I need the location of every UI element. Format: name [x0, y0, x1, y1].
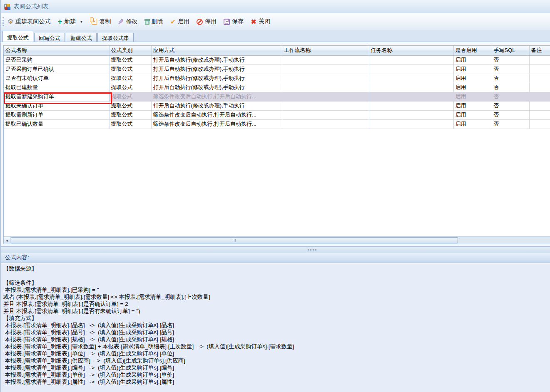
table-cell[interactable]: 提取已建数量 — [4, 83, 109, 92]
disable-button[interactable]: 停用 — [197, 18, 217, 25]
table-cell[interactable]: 启用 — [453, 119, 492, 129]
table-cell[interactable]: 筛选条件改变后自动执行,打开后自动执行... — [151, 119, 282, 129]
table-cell[interactable] — [369, 101, 453, 110]
table-cell[interactable]: 是否有未确认订单 — [4, 74, 109, 83]
table-cell[interactable] — [282, 119, 369, 129]
table-cell[interactable]: 提取需刷新订单 — [4, 110, 109, 119]
col-header-apply-mode[interactable]: 应用方式 — [151, 46, 282, 55]
table-cell[interactable] — [282, 55, 369, 65]
table-cell[interactable]: 否 — [492, 55, 529, 65]
table-cell[interactable]: 提取公式 — [109, 119, 151, 129]
table-cell[interactable]: 启用 — [453, 110, 492, 119]
table-cell[interactable] — [369, 55, 453, 65]
horizontal-scrollbar[interactable]: ◄ — [4, 236, 550, 244]
table-header-row: 公式名称 公式类别 应用方式 工作流名称 任务名称 是否启用 手写SQL 备注 — [4, 46, 550, 55]
table-cell[interactable]: 提取公式 — [109, 101, 151, 110]
table-cell[interactable] — [529, 110, 550, 119]
table-cell[interactable] — [529, 83, 550, 92]
table-cell[interactable] — [282, 83, 369, 92]
copy-button[interactable]: 复制 — [90, 18, 111, 25]
col-header-enabled[interactable]: 是否启用 — [453, 46, 492, 55]
enable-button[interactable]: ✔ 启用 — [170, 18, 189, 25]
edit-pencil-icon: ✎ — [118, 19, 124, 25]
table-row[interactable]: 提取已确认数量提取公式筛选条件改变后自动执行,打开后自动执行...启用否 — [4, 119, 550, 129]
table-cell[interactable] — [369, 74, 453, 83]
table-cell[interactable] — [369, 119, 453, 129]
table-cell[interactable]: 否 — [492, 83, 529, 92]
table-cell[interactable]: 提取已确认数量 — [4, 119, 109, 129]
table-cell[interactable]: 启用 — [453, 101, 492, 110]
col-header-workflow-name[interactable]: 工作流名称 — [282, 46, 369, 55]
table-cell[interactable] — [282, 92, 369, 101]
table-cell[interactable] — [369, 92, 453, 101]
formula-content-line: 【筛选条件】 — [3, 279, 550, 286]
table-cell[interactable] — [282, 65, 369, 74]
formula-content-header: 公式内容: — [1, 253, 550, 263]
table-cell[interactable]: 筛选条件改变后自动执行,打开后自动执行... — [151, 110, 282, 119]
table-cell[interactable] — [529, 119, 550, 129]
table-cell[interactable]: 启用 — [453, 83, 492, 92]
table-cell[interactable]: 提取公式 — [109, 74, 151, 83]
table-cell[interactable]: 启用 — [453, 65, 492, 74]
table-cell[interactable] — [369, 83, 453, 92]
table-cell[interactable]: 提取公式 — [109, 110, 151, 119]
tab-strip: 提取公式 回写公式 新建公式 提取公式串 — [1, 30, 550, 42]
tab-new-formula[interactable]: 新建公式 — [66, 33, 97, 42]
modify-button[interactable]: ✎ 修改 — [118, 18, 137, 25]
tab-extract-formula[interactable]: 提取公式 — [2, 31, 33, 42]
table-cell[interactable]: 否 — [492, 65, 529, 74]
col-header-handwritten-sql[interactable]: 手写SQL — [492, 46, 529, 55]
table-cell[interactable]: 提取公式 — [109, 55, 151, 65]
table-cell[interactable] — [529, 65, 550, 74]
table-cell[interactable]: 打开后自动执行(修改或办理),手动执行 — [151, 74, 282, 83]
toolbar-grip-icon[interactable] — [2, 17, 4, 26]
table-row[interactable]: 提取已建数量提取公式打开后自动执行(修改或办理),手动执行启用否 — [4, 83, 550, 92]
table-row[interactable]: 是否已采购提取公式打开后自动执行(修改或办理),手动执行启用否 — [4, 55, 550, 65]
table-cell[interactable]: 提取公式 — [109, 83, 151, 92]
table-cell[interactable]: 启用 — [453, 92, 492, 101]
table-cell[interactable] — [529, 92, 550, 101]
table-cell[interactable]: 否 — [492, 110, 529, 119]
table-cell[interactable]: 否 — [492, 74, 529, 83]
tab-extract-formula-chain[interactable]: 提取公式串 — [97, 33, 134, 42]
table-cell[interactable]: 打开后自动执行(修改或办理),手动执行 — [151, 101, 282, 110]
table-cell[interactable]: 启用 — [453, 55, 492, 65]
save-button[interactable]: 保存 — [224, 18, 244, 25]
splitter-handle[interactable] — [1, 246, 550, 253]
table-cell[interactable] — [369, 65, 453, 74]
table-cell[interactable]: 打开后自动执行(修改或办理),手动执行 — [151, 83, 282, 92]
tab-writeback-formula[interactable]: 回写公式 — [34, 33, 65, 42]
table-cell[interactable]: 打开后自动执行(修改或办理),手动执行 — [151, 55, 282, 65]
table-cell[interactable]: 筛选条件改变后自动执行,打开后自动执行... — [151, 92, 282, 101]
table-cell[interactable] — [282, 101, 369, 110]
table-cell[interactable] — [282, 110, 369, 119]
new-button[interactable]: + 新建 ▼ — [57, 18, 83, 25]
col-header-formula-name[interactable]: 公式名称 — [4, 46, 109, 55]
table-cell[interactable]: 提取公式 — [109, 92, 151, 101]
col-header-task-name[interactable]: 任务名称 — [369, 46, 453, 55]
table-cell[interactable]: 否 — [492, 101, 529, 110]
table-cell[interactable] — [529, 55, 550, 65]
table-cell[interactable]: 是否已采购 — [4, 55, 109, 65]
table-cell[interactable]: 否 — [492, 92, 529, 101]
table-cell[interactable]: 打开后自动执行(修改或办理),手动执行 — [151, 65, 282, 74]
table-cell[interactable]: 提取公式 — [109, 65, 151, 74]
table-cell[interactable] — [529, 101, 550, 110]
table-cell[interactable] — [282, 74, 369, 83]
rebuild-formula-button[interactable]: ⚙ 重建表间公式 — [7, 18, 50, 25]
table-cell[interactable]: 启用 — [453, 74, 492, 83]
table-cell[interactable] — [529, 74, 550, 83]
table-cell[interactable]: 是否采购订单已确认 — [4, 65, 109, 74]
table-row[interactable]: 提取需刷新订单提取公式筛选条件改变后自动执行,打开后自动执行...启用否 — [4, 110, 550, 119]
scrollbar-thumb[interactable] — [11, 237, 458, 243]
delete-button[interactable]: 删除 — [145, 18, 163, 25]
table-cell[interactable] — [369, 110, 453, 119]
close-button[interactable]: ✖ 关闭 — [251, 18, 270, 25]
table-cell[interactable]: 否 — [492, 119, 529, 129]
table-row[interactable]: 是否采购订单已确认提取公式打开后自动执行(修改或办理),手动执行启用否 — [4, 65, 550, 74]
col-header-formula-category[interactable]: 公式类别 — [109, 46, 151, 55]
chevron-down-icon[interactable]: ▼ — [80, 20, 83, 24]
scroll-left-icon[interactable]: ◄ — [4, 237, 11, 243]
table-row[interactable]: 是否有未确认订单提取公式打开后自动执行(修改或办理),手动执行启用否 — [4, 74, 550, 83]
col-header-remarks[interactable]: 备注 — [529, 46, 550, 55]
